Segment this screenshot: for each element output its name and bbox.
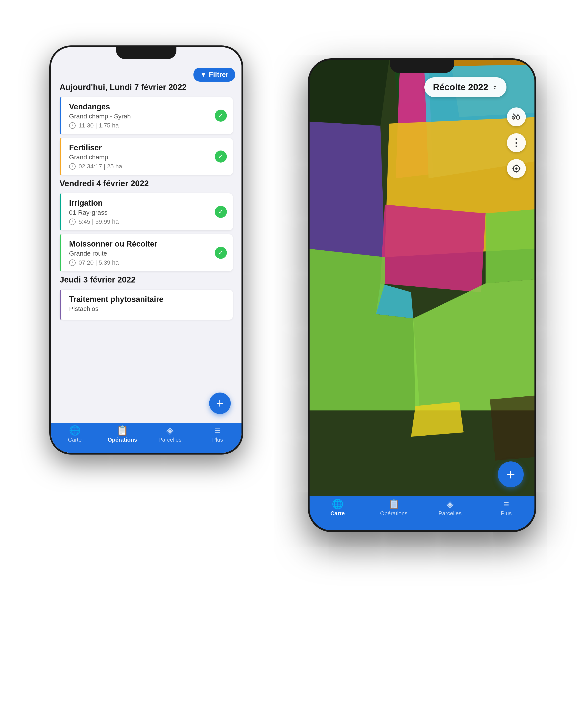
parcelles-icon-front: ◈ bbox=[446, 499, 454, 509]
date-header-1: Aujourd'hui, Lundi 7 février 2022 bbox=[60, 83, 233, 92]
nav-label-parcelles-front: Parcelles bbox=[438, 510, 462, 517]
op-time-irrigation: 5:45 bbox=[79, 218, 91, 225]
op-area-fertiliser: 25 ha bbox=[107, 163, 122, 170]
nav-label-operations-back: Opérations bbox=[107, 437, 137, 443]
op-area-moissonner: 5.39 ha bbox=[99, 259, 119, 266]
front-bottom-nav: 🌐 Carte 📋 Opérations ◈ Parcelles ≡ Plus bbox=[309, 496, 534, 530]
nav-item-parcelles-front[interactable]: ◈ Parcelles bbox=[422, 499, 478, 517]
nav-item-operations-back[interactable]: 📋 Opérations bbox=[99, 426, 146, 443]
map-aerial-background bbox=[309, 60, 534, 498]
op-border-green bbox=[60, 234, 61, 271]
filter-icon: ▼ bbox=[200, 71, 207, 79]
svg-marker-13 bbox=[411, 401, 463, 437]
op-border-orange bbox=[60, 138, 61, 175]
op-card-fertiliser[interactable]: Fertiliser Grand champ 02:34:17 | 25 ha … bbox=[60, 138, 233, 175]
parcelles-icon-back: ◈ bbox=[166, 426, 174, 435]
op-border-teal bbox=[60, 193, 61, 230]
clock-icon-irrigation bbox=[69, 218, 76, 225]
op-border-blue bbox=[60, 97, 61, 134]
op-border-purple bbox=[60, 290, 61, 320]
check-badge-irrigation: ✓ bbox=[215, 206, 227, 218]
front-phone-notch bbox=[390, 60, 454, 73]
op-title-fertiliser: Fertiliser bbox=[69, 143, 215, 152]
map-target-button[interactable] bbox=[507, 159, 526, 178]
op-card-traitement[interactable]: Traitement phytosanitaire Pistachios bbox=[60, 290, 233, 320]
op-meta-moissonner: 07:20 | 5.39 ha bbox=[69, 259, 215, 266]
nav-item-operations-front[interactable]: 📋 Opérations bbox=[366, 499, 422, 517]
op-title-vendanges: Vendanges bbox=[69, 102, 215, 111]
clock-icon-vendanges bbox=[69, 122, 76, 129]
op-time-moissonner: 07:20 bbox=[79, 259, 94, 266]
map-paint-button[interactable] bbox=[507, 107, 526, 126]
op-subtitle-irrigation: 01 Ray-grass bbox=[69, 209, 215, 216]
map-fab[interactable]: + bbox=[498, 462, 524, 487]
op-card-moissonner[interactable]: Moissonner ou Récolter Grande route 07:2… bbox=[60, 234, 233, 271]
svg-rect-14 bbox=[490, 395, 534, 460]
op-subtitle-vendanges: Grand champ - Syrah bbox=[69, 113, 215, 120]
op-area-vendanges: 1.75 ha bbox=[99, 122, 119, 129]
nav-label-parcelles-back: Parcelles bbox=[158, 437, 182, 443]
op-title-traitement: Traitement phytosanitaire bbox=[69, 295, 227, 304]
svg-marker-1 bbox=[309, 60, 389, 126]
nav-label-carte-front: Carte bbox=[330, 510, 345, 517]
nav-label-plus-front: Plus bbox=[501, 510, 512, 517]
check-badge-fertiliser: ✓ bbox=[215, 151, 227, 162]
nav-item-plus-back[interactable]: ≡ Plus bbox=[194, 426, 242, 443]
svg-rect-15 bbox=[512, 116, 515, 119]
op-card-vendanges[interactable]: Vendanges Grand champ - Syrah 11:30 | 1.… bbox=[60, 97, 233, 134]
op-meta-fertiliser: 02:34:17 | 25 ha bbox=[69, 163, 215, 170]
operations-icon-back: 📋 bbox=[117, 426, 128, 435]
op-content-vendanges: Vendanges Grand champ - Syrah 11:30 | 1.… bbox=[66, 102, 215, 129]
op-separator-2: | bbox=[104, 163, 105, 170]
op-subtitle-moissonner: Grande route bbox=[69, 250, 215, 257]
svg-point-21 bbox=[515, 168, 517, 169]
op-subtitle-fertiliser: Grand champ bbox=[69, 154, 215, 161]
nav-label-carte-back: Carte bbox=[68, 437, 82, 443]
phones-container: ▼ Filtrer Aujourd'hui, Lundi 7 février 2… bbox=[32, 20, 549, 709]
op-time-vendanges: 11:30 bbox=[79, 122, 94, 129]
svg-marker-9 bbox=[485, 209, 534, 283]
chevron-updown-icon bbox=[492, 84, 498, 90]
filter-button[interactable]: ▼ Filtrer bbox=[194, 68, 235, 82]
operations-list: Aujourd'hui, Lundi 7 février 2022 Vendan… bbox=[51, 59, 242, 423]
svg-marker-8 bbox=[380, 205, 485, 292]
date-header-2: Vendredi 4 février 2022 bbox=[60, 179, 233, 188]
nav-item-plus-front[interactable]: ≡ Plus bbox=[478, 499, 534, 517]
op-card-irrigation[interactable]: Irrigation 01 Ray-grass 5:45 | 59.99 ha … bbox=[60, 193, 233, 230]
nav-label-plus-back: Plus bbox=[212, 437, 223, 443]
nav-item-parcelles-back[interactable]: ◈ Parcelles bbox=[146, 426, 194, 443]
op-meta-irrigation: 5:45 | 59.99 ha bbox=[69, 218, 215, 225]
op-separator-4: | bbox=[96, 259, 97, 266]
fields-svg bbox=[309, 60, 534, 498]
check-badge-vendanges: ✓ bbox=[215, 110, 227, 122]
carte-icon-back: 🌐 bbox=[69, 426, 81, 435]
op-time-fertiliser: 02:34:17 bbox=[79, 163, 102, 170]
op-content-moissonner: Moissonner ou Récolter Grande route 07:2… bbox=[66, 239, 215, 266]
nav-item-carte-back[interactable]: 🌐 Carte bbox=[51, 426, 99, 443]
clock-icon-fertiliser bbox=[69, 163, 76, 170]
front-phone: Récolte 2022 ⋮ bbox=[308, 58, 536, 532]
back-phone-notch bbox=[116, 47, 176, 59]
nav-label-operations-front: Opérations bbox=[380, 510, 407, 517]
back-fab[interactable]: + bbox=[209, 392, 231, 414]
plus-icon-front: ≡ bbox=[503, 499, 509, 509]
season-label: Récolte 2022 bbox=[433, 82, 488, 93]
plus-icon-back: ≡ bbox=[215, 426, 220, 435]
op-separator-3: | bbox=[92, 218, 94, 225]
check-badge-moissonner: ✓ bbox=[215, 247, 227, 259]
season-pill[interactable]: Récolte 2022 bbox=[424, 77, 506, 97]
carte-icon-front: 🌐 bbox=[332, 499, 344, 509]
op-meta-vendanges: 11:30 | 1.75 ha bbox=[69, 122, 215, 129]
op-area-irrigation: 59.99 ha bbox=[95, 218, 119, 225]
op-separator-1: | bbox=[96, 122, 97, 129]
op-subtitle-traitement: Pistachios bbox=[69, 305, 227, 312]
nav-item-carte-front[interactable]: 🌐 Carte bbox=[309, 499, 366, 517]
op-title-moissonner: Moissonner ou Récolter bbox=[69, 239, 215, 249]
svg-marker-7 bbox=[309, 121, 385, 257]
back-bottom-nav: 🌐 Carte 📋 Opérations ◈ Parcelles ≡ Plus bbox=[51, 423, 242, 453]
back-phone: ▼ Filtrer Aujourd'hui, Lundi 7 février 2… bbox=[49, 46, 243, 454]
map-more-button[interactable]: ⋮ bbox=[507, 133, 526, 152]
op-content-traitement: Traitement phytosanitaire Pistachios bbox=[66, 295, 227, 315]
op-content-irrigation: Irrigation 01 Ray-grass 5:45 | 59.99 ha bbox=[66, 199, 215, 225]
date-header-3: Jeudi 3 février 2022 bbox=[60, 275, 233, 284]
